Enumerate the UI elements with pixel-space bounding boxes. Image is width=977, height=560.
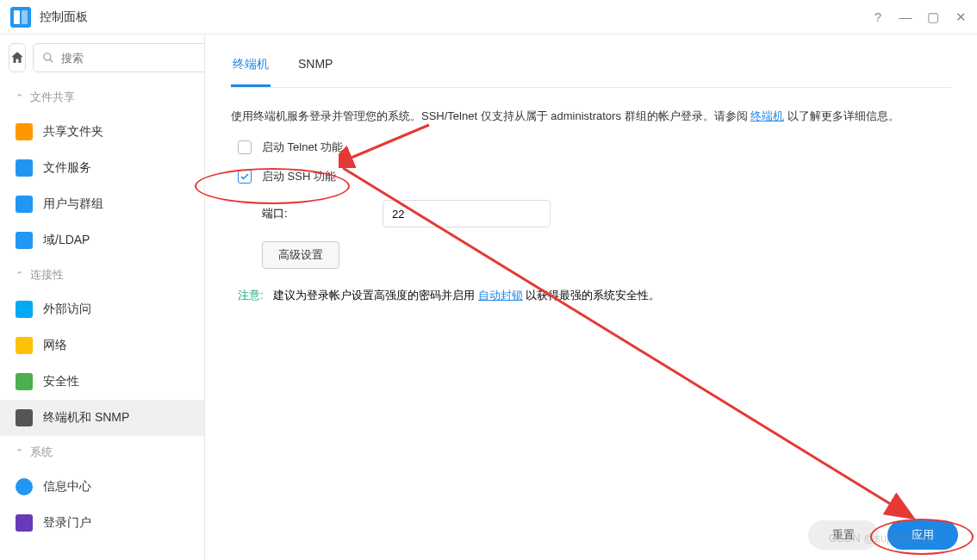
home-button[interactable]	[9, 43, 26, 72]
info-icon	[16, 478, 33, 495]
sidebar-item-network[interactable]: 网络	[0, 327, 204, 364]
notice-label: 注意:	[238, 289, 264, 302]
ssh-option: 启动 SSH 功能	[231, 169, 951, 184]
description: 使用终端机服务登录并管理您的系统。SSH/Telnet 仅支持从属于 admin…	[231, 107, 951, 126]
notice: 注意: 建议为登录帐户设置高强度的密码并启用 自动封锁 以获得最强的系统安全性。	[231, 288, 951, 303]
telnet-checkbox[interactable]	[238, 140, 252, 154]
ssh-label: 启动 SSH 功能	[262, 169, 336, 184]
search-icon	[42, 52, 54, 64]
reset-button[interactable]: 重置	[808, 520, 879, 550]
telnet-option: 启动 Telnet 功能	[231, 140, 951, 155]
window-controls: ? — ▢ ✕	[872, 11, 967, 23]
section-system[interactable]: ⌃ 系统	[0, 436, 204, 469]
folder-icon	[16, 123, 33, 140]
sidebar-item-info[interactable]: 信息中心	[0, 469, 204, 505]
ldap-icon	[16, 232, 33, 249]
port-label: 端口:	[262, 206, 365, 221]
auto-block-link[interactable]: 自动封锁	[478, 289, 523, 302]
tabs: 终端机 SNMP	[231, 50, 951, 88]
shield-icon	[16, 373, 33, 390]
section-file-share[interactable]: ⌃ 文件共享	[0, 81, 204, 114]
terminal-icon	[16, 409, 33, 426]
telnet-label: 启动 Telnet 功能	[262, 140, 343, 155]
app-icon	[10, 7, 31, 28]
sidebar-item-ldap[interactable]: 域/LDAP	[0, 222, 204, 258]
sidebar-item-portal[interactable]: 登录门户	[0, 505, 204, 541]
file-icon	[16, 159, 33, 177]
maximize-icon[interactable]: ▢	[927, 11, 939, 23]
chevron-down-icon: ⌃	[16, 447, 23, 458]
terminal-help-link[interactable]: 终端机	[750, 109, 784, 122]
sidebar-item-shared-folder[interactable]: 共享文件夹	[0, 114, 204, 150]
footer-buttons: 重置 应用	[808, 520, 958, 550]
port-input[interactable]	[383, 200, 551, 227]
portal-icon	[16, 514, 33, 532]
home-icon	[9, 50, 25, 65]
ssh-checkbox[interactable]	[238, 170, 252, 184]
sidebar-item-users[interactable]: 用户与群组	[0, 186, 204, 222]
tab-terminal[interactable]: 终端机	[231, 50, 271, 87]
search-box[interactable]	[33, 43, 205, 72]
svg-point-0	[44, 53, 51, 60]
minimize-icon[interactable]: —	[899, 11, 912, 23]
tab-snmp[interactable]: SNMP	[296, 50, 334, 87]
network-icon	[16, 337, 33, 354]
port-row: 端口:	[231, 200, 951, 227]
help-icon[interactable]: ?	[872, 11, 884, 23]
search-input[interactable]	[61, 52, 205, 65]
svg-line-1	[50, 59, 53, 63]
advanced-settings-button[interactable]: 高级设置	[262, 241, 339, 269]
chevron-down-icon: ⌃	[16, 92, 23, 103]
content-panel: 终端机 SNMP 使用终端机服务登录并管理您的系统。SSH/Telnet 仅支持…	[205, 34, 977, 560]
sidebar-item-external[interactable]: 外部访问	[0, 291, 204, 327]
close-icon[interactable]: ✕	[955, 11, 967, 23]
sidebar-item-security[interactable]: 安全性	[0, 364, 204, 400]
chevron-down-icon: ⌃	[16, 270, 23, 281]
section-connectivity[interactable]: ⌃ 连接性	[0, 258, 204, 291]
sidebar: ⌃ 文件共享 共享文件夹 文件服务 用户与群组 域/LDAP ⌃ 连接性 外部访…	[0, 34, 205, 560]
globe-icon	[16, 301, 33, 318]
apply-button[interactable]: 应用	[887, 520, 958, 550]
window-title: 控制面板	[40, 9, 872, 25]
sidebar-item-file-service[interactable]: 文件服务	[0, 150, 204, 186]
title-bar: 控制面板 ? — ▢ ✕	[0, 0, 977, 34]
users-icon	[16, 196, 33, 213]
sidebar-item-terminal[interactable]: 终端机和 SNMP	[0, 400, 204, 436]
